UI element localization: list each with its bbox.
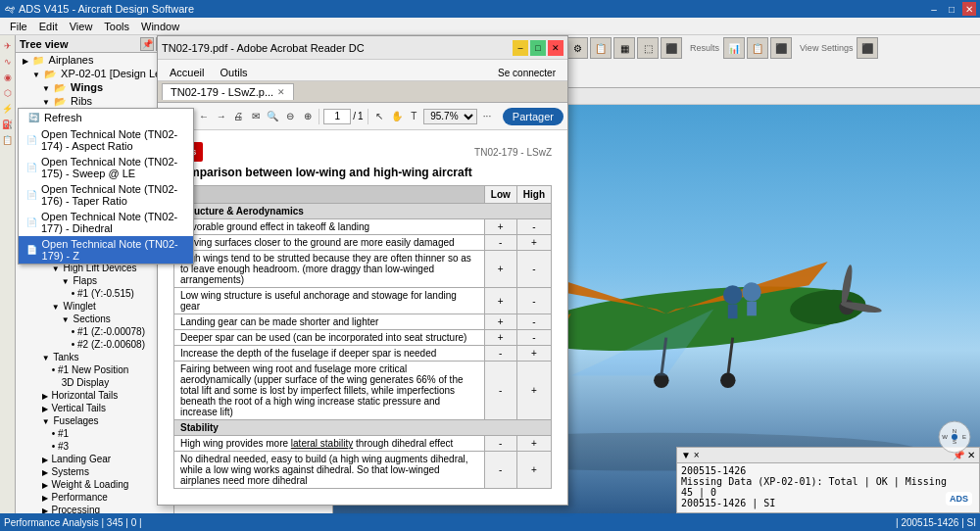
pdf-back-btn[interactable]: ← [196, 107, 212, 126]
pdf-email-btn[interactable]: ✉ [248, 107, 264, 126]
tree-node-ribs[interactable]: ▼ 📂 Ribs [16, 94, 173, 108]
tree-node-s1[interactable]: • #1 (Z:-0.00078) [16, 325, 173, 338]
tree-node-fus3[interactable]: • #3 [16, 440, 173, 453]
ctx-tn174[interactable]: 📄 Open Technical Note (TN02-174) - Aspec… [19, 126, 193, 154]
tree-node-tank1[interactable]: • #1 New Position [16, 363, 173, 376]
tree-node-fus1[interactable]: • #1 [16, 427, 173, 440]
window-controls[interactable]: – □ ✕ [927, 2, 976, 16]
tree-node-winglet[interactable]: ▼ Winglet [16, 300, 173, 313]
pdf-share-btn[interactable]: Partager [503, 108, 564, 125]
tree-node-s2[interactable]: • #2 (Z:-0.00608) [16, 338, 173, 351]
pdf-menu-accueil[interactable]: Accueil [162, 65, 212, 80]
tree-node-systems[interactable]: ▶ Systems [16, 465, 173, 478]
tree-node-xp0201[interactable]: ▼ 📂 XP-02-01 [Design Level 2] [16, 67, 173, 80]
status-right: | 200515-1426 | SI [896, 517, 976, 528]
side-icon-regulations[interactable]: 📋 [1, 133, 15, 147]
table-row-7: Increase the depth of the fuselage if de… [174, 346, 552, 362]
toolbar-grid1-btn[interactable]: ▦ [613, 37, 635, 59]
side-icon-tires[interactable]: ⚡ [1, 102, 15, 116]
ads-logo: ADS [946, 492, 972, 506]
table-row-5: Landing gear can be made shorter and lig… [174, 314, 552, 330]
svg-text:E: E [962, 434, 966, 440]
pdf-content: ADS TN02-179 - LSwZ Comparison between l… [158, 130, 567, 505]
toolbar-res1-btn[interactable]: 📊 [723, 37, 745, 59]
close-button[interactable]: ✕ [962, 2, 976, 16]
pdf-toolbar-sep1 [318, 109, 319, 124]
pdf-hand-btn[interactable]: ✋ [389, 107, 405, 126]
pdf-cursor-btn[interactable]: ↖ [371, 107, 387, 126]
menu-tools[interactable]: Tools [98, 21, 135, 32]
pdf-menubar: Accueil Outils Se connecter [158, 60, 567, 81]
side-icon-batteries[interactable]: ⬡ [1, 86, 15, 100]
toolbar-stop-btn[interactable]: ⬛ [661, 37, 682, 59]
tree-node-vtails[interactable]: ▶ Vertical Tails [16, 402, 173, 414]
table-row-8: Fairing between wing root and fuselage m… [174, 362, 552, 420]
pdf-tab-close[interactable]: ✕ [277, 87, 285, 97]
pdf-text-btn[interactable]: T [407, 107, 422, 126]
toolbar-res3-btn[interactable]: ⬛ [770, 37, 792, 59]
pdf-print-btn[interactable]: 🖨 [230, 107, 246, 126]
toolbar-view-btn[interactable]: ⬛ [857, 37, 878, 59]
ctx-refresh[interactable]: 🔄 Refresh [19, 109, 193, 126]
tree-node-wings[interactable]: ▼ 📂 Wings [16, 80, 173, 94]
pdf-connect-btn[interactable]: Se connecter [490, 66, 564, 80]
toolbar-gear2-btn[interactable]: ⚙ [566, 37, 588, 59]
tree-node-landing-gear[interactable]: ▶ Landing Gear [16, 453, 173, 465]
maximize-button[interactable]: □ [945, 2, 958, 16]
side-icon-engine[interactable]: ✈ [1, 39, 15, 53]
toolbar-grid2-btn[interactable]: ⬚ [637, 37, 659, 59]
pdf-zoomout-btn[interactable]: ⊖ [282, 107, 298, 126]
pdf-search-btn[interactable]: 🔍 [266, 107, 281, 126]
tree-node-flaps[interactable]: ▼ Flaps [16, 274, 173, 287]
ctx-tn175[interactable]: 📄 Open Technical Note (TN02-175) - Sweep… [19, 154, 193, 181]
pdf-window-title: TN02-179.pdf - Adobe Acrobat Reader DC [162, 42, 365, 54]
tree-node-processing[interactable]: ▶ Processing [16, 504, 173, 513]
tree-node-performance[interactable]: ▶ Performance [16, 491, 173, 504]
toolbar-res2-btn[interactable]: 📋 [747, 37, 768, 59]
side-icon-materials[interactable]: ◉ [1, 71, 15, 84]
ctx-tn176[interactable]: 📄 Open Technical Note (TN02-176) - Taper… [19, 181, 193, 209]
menu-window[interactable]: Window [135, 21, 185, 32]
pdf-close-btn[interactable]: ✕ [548, 40, 564, 56]
pdf-menu-outils[interactable]: Outils [212, 65, 255, 80]
table-row-9: High wing provides more lateral stabilit… [174, 436, 552, 452]
table-header-high: High [516, 186, 551, 204]
pdf-doc-tab[interactable]: TN02-179 - LSwZ.p... ✕ [162, 83, 294, 100]
pdf-page-current[interactable] [323, 109, 351, 124]
table-section-structure: Structure & Aerodynamics [174, 204, 552, 219]
rotation-widget[interactable]: N S W E [937, 419, 972, 455]
minimize-button[interactable]: – [927, 2, 941, 16]
console-header: ▼ × 📌 ✕ [677, 448, 979, 463]
table-row-3: High wings tend to be strutted because t… [174, 251, 552, 288]
tree-node-airplanes[interactable]: ▶ 📁 Airplanes [16, 53, 173, 67]
toolbar-copy-btn[interactable]: 📋 [590, 37, 612, 59]
pdf-more-btn[interactable]: ··· [479, 107, 495, 126]
context-menu: 🔄 Refresh 📄 Open Technical Note (TN02-17… [18, 108, 194, 265]
tree-node-tank3d[interactable]: 3D Display [16, 376, 173, 389]
pdf-toolbar-sep2 [368, 109, 368, 124]
status-bar: Performance Analysis | 345 | 0 | | 20051… [0, 513, 980, 531]
ctx-tn177[interactable]: 📄 Open Technical Note (TN02-177) - Dihed… [19, 209, 193, 236]
side-icon-fuels[interactable]: ⛽ [1, 118, 15, 131]
tree-node-flap1[interactable]: • #1 (Y:-0.515) [16, 287, 173, 300]
tree-node-fuselages[interactable]: ▼ Fuselages [16, 414, 173, 427]
tree-node-tanks[interactable]: ▼ Tanks [16, 351, 173, 363]
title-bar: 🛩 ADS V415 - Aircraft Design Software – … [0, 0, 980, 18]
pdf-zoomin-btn[interactable]: ⊕ [300, 107, 316, 126]
tree-node-sections[interactable]: ▼ Sections [16, 313, 173, 325]
pdf-zoom-select[interactable]: 95.7% 100% 75% [423, 109, 477, 124]
menu-view[interactable]: View [64, 21, 99, 32]
pdf-maximize-btn[interactable]: □ [530, 40, 546, 56]
doc-icon-2: 📄 [26, 161, 37, 174]
svg-text:W: W [942, 434, 948, 440]
tree-node-htails[interactable]: ▶ Horizontal Tails [16, 389, 173, 402]
ctx-tn179[interactable]: 📄 Open Technical Note (TN02-179) - Z [19, 236, 193, 264]
menu-file[interactable]: File [4, 21, 33, 32]
tree-node-weight[interactable]: ▶ Weight & Loading [16, 478, 173, 491]
side-icon-airfoil[interactable]: ∿ [1, 55, 15, 69]
pdf-forward-btn[interactable]: → [214, 107, 229, 126]
menu-edit[interactable]: Edit [33, 21, 64, 32]
pdf-minimize-btn[interactable]: – [513, 40, 528, 56]
tree-pin-button[interactable]: 📌 [140, 37, 154, 51]
pdf-doc-title: Comparison between low-wing and high-win… [173, 166, 552, 179]
